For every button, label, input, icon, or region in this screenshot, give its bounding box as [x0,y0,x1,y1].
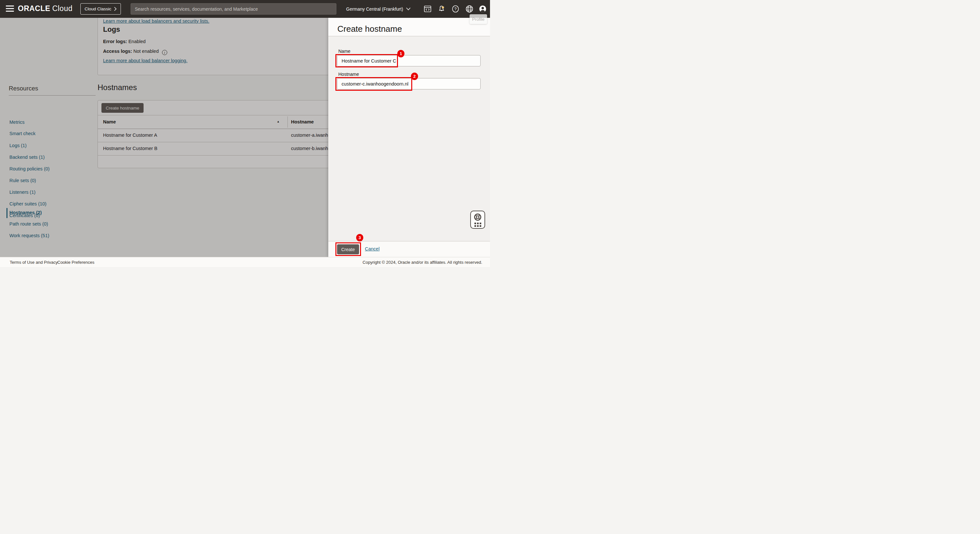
access-logs-value: Not enabled [134,49,159,54]
active-item-indicator [6,208,8,218]
copyright-text: Copyright © 2024, Oracle and/or its affi… [363,260,482,265]
chevron-down-icon [406,8,410,10]
sidebar-item-rule-sets[interactable]: Rule sets (0) [10,178,36,184]
access-logs-label: Access logs: [103,49,132,54]
info-icon[interactable]: i [162,50,167,55]
learn-more-security-lists-link[interactable]: Learn more about load balancers and secu… [103,19,209,24]
developer-console-icon[interactable] [424,5,431,13]
svg-text:?: ? [454,7,457,11]
sidebar-item-listeners[interactable]: Listeners (1) [10,189,36,196]
sidebar-item-hostnames[interactable]: Hostnames (2) [10,210,42,216]
error-logs-value: Enabled [128,39,145,44]
logs-heading: Logs [103,25,120,34]
chevron-right-icon [114,7,117,11]
name-input[interactable] [337,55,480,67]
access-logs-row: Access logs: Not enabled i [103,49,167,55]
cookie-preferences-link[interactable]: Cookie Preferences [57,260,94,265]
region-selector[interactable]: Germany Central (Frankfurt) [346,0,410,18]
error-logs-label: Error logs: [103,39,127,44]
error-logs-row: Error logs: Enabled [103,39,145,44]
sidebar-item-routing-policies[interactable]: Routing policies (0) [10,166,49,172]
oracle-cloud-logo[interactable]: ORACLECloud [18,4,73,13]
name-field-label: Name [338,49,350,54]
sort-ascending-icon[interactable]: ▲ [277,120,280,123]
hostname-field-label: Hostname [338,72,359,77]
sidebar-item-path-route-sets[interactable]: Path route sets (0) [10,221,48,227]
sidebar-item-work-requests[interactable]: Work requests (51) [10,233,49,239]
page-footer: Terms of Use and Privacy Cookie Preferen… [0,257,490,267]
apps-grid-icon [474,222,481,227]
panel-title: Create hostname [337,24,402,34]
sidebar-item-metrics[interactable]: Metrics [10,119,25,126]
brand-cloud: Cloud [52,4,73,13]
help-widget-button[interactable] [470,211,485,229]
cancel-link[interactable]: Cancel [365,246,380,251]
cloud-classic-label: Cloud Classic [84,6,111,11]
notifications-bell-icon[interactable] [438,5,445,13]
resources-divider [9,95,95,95]
sidebar-item-smart-check[interactable]: Smart check [10,131,36,137]
column-header-name[interactable]: Name [103,119,116,124]
create-hostname-button[interactable]: Create hostname [102,103,143,113]
create-button[interactable]: Create [337,244,359,254]
panel-footer: Create Cancel [328,241,490,257]
profile-tooltip: Profile [469,14,487,24]
sidebar-item-backend-sets[interactable]: Backend sets (1) [10,154,45,161]
sidebar-item-cipher-suites[interactable]: Cipher suites (10) [10,201,46,207]
terms-link[interactable]: Terms of Use and Privacy [10,260,58,265]
sidebar-item-logs[interactable]: Logs (1) [10,143,27,149]
hamburger-menu-icon[interactable] [6,5,14,12]
top-navigation-bar: ORACLECloud Cloud Classic Germany Centra… [0,0,490,18]
hostname-input[interactable] [337,78,480,89]
cloud-classic-button[interactable]: Cloud Classic [80,3,121,14]
language-globe-icon[interactable] [466,5,473,13]
global-search-input[interactable] [130,3,336,14]
resources-heading: Resources [9,85,38,92]
column-header-hostname[interactable]: Hostname [291,119,314,124]
help-icon[interactable]: ? [452,5,459,13]
region-label: Germany Central (Frankfurt) [346,6,403,12]
panel-header: Create hostname [328,18,490,36]
create-hostname-panel: Create hostname Name Hostname Create Can… [328,18,490,257]
cell-name: Hostname for Customer B [103,146,158,151]
notification-dot [442,6,444,8]
cell-name: Hostname for Customer A [103,132,157,138]
hostnames-heading: Hostnames [97,83,137,92]
learn-more-logging-link[interactable]: Learn more about load balancer logging. [103,58,187,63]
brand-oracle: ORACLE [18,4,50,13]
profile-avatar-icon[interactable] [479,5,487,13]
lifebuoy-icon [474,213,482,221]
